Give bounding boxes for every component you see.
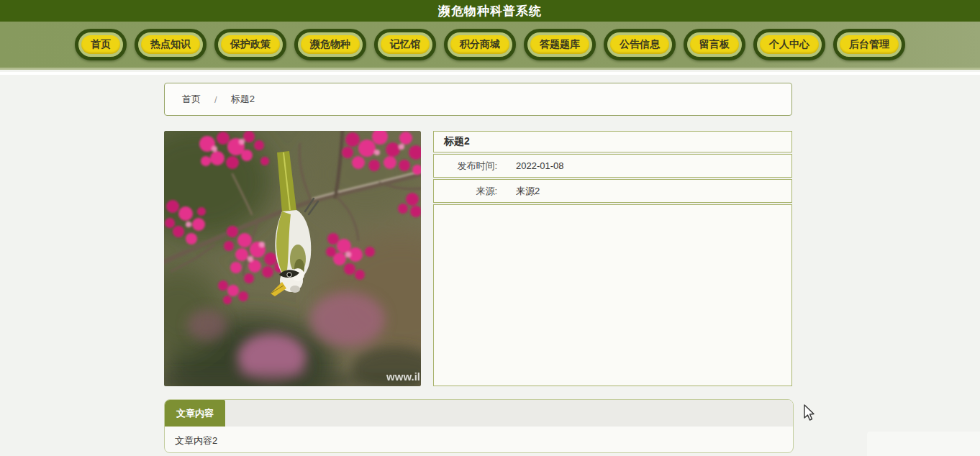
nav-item-protection-policy[interactable]: 保护政策 xyxy=(214,29,286,60)
content-tab-bar: 文章内容 xyxy=(165,400,793,427)
nav-item-personal-center[interactable]: 个人中心 xyxy=(753,29,825,60)
nav-item-points-mall[interactable]: 积分商城 xyxy=(444,29,516,60)
bird-blossom-illustration: www.il xyxy=(164,131,421,386)
publish-date-value: 2022-01-08 xyxy=(516,160,564,171)
image-watermark: www.il xyxy=(386,370,420,383)
article-info-panel: 标题2 发布时间: 2022-01-08 来源: 来源2 xyxy=(433,131,792,386)
publish-date-row: 发布时间: 2022-01-08 xyxy=(433,154,792,178)
nav-item-label: 积分商城 xyxy=(450,35,509,54)
nav-item-label: 濒危物种 xyxy=(301,35,360,54)
nav-item-label: 后台管理 xyxy=(840,35,899,54)
nav-item-quiz-bank[interactable]: 答题题库 xyxy=(524,29,596,60)
article-content-section: 文章内容 文章内容2 xyxy=(164,399,794,453)
breadcrumb-current: 标题2 xyxy=(231,93,255,106)
publish-date-label: 发布时间: xyxy=(434,160,497,173)
hover-url-preview xyxy=(867,432,980,456)
breadcrumb: 首页 / 标题2 xyxy=(164,83,792,116)
source-row: 来源: 来源2 xyxy=(433,179,792,203)
site-title: 濒危物种科普系统 xyxy=(438,3,542,19)
nav-item-label: 答题题库 xyxy=(530,35,589,54)
nav-item-message-board[interactable]: 留言板 xyxy=(684,29,745,60)
nav-item-label: 公告信息 xyxy=(610,35,669,54)
breadcrumb-separator: / xyxy=(214,94,217,105)
tab-article-content[interactable]: 文章内容 xyxy=(165,400,225,427)
nav-item-memory-hall[interactable]: 记忆馆 xyxy=(374,29,436,60)
article-title-row: 标题2 xyxy=(433,131,792,152)
source-value: 来源2 xyxy=(516,185,540,198)
nav-item-label: 留言板 xyxy=(690,35,739,54)
nav-item-label: 保护政策 xyxy=(221,35,280,54)
nav-item-home[interactable]: 首页 xyxy=(75,29,127,60)
nav-item-label: 热点知识 xyxy=(141,35,200,54)
nav-item-label: 个人中心 xyxy=(760,35,819,54)
article-image: www.il xyxy=(164,131,421,386)
nav-item-endangered-species[interactable]: 濒危物种 xyxy=(294,29,366,60)
info-panel-spacer xyxy=(433,204,792,386)
source-label: 来源: xyxy=(434,185,497,198)
nav-item-label: 记忆馆 xyxy=(381,35,430,54)
article-content-body: 文章内容2 xyxy=(165,427,793,453)
nav-item-admin[interactable]: 后台管理 xyxy=(833,29,905,60)
breadcrumb-home-link[interactable]: 首页 xyxy=(182,93,201,106)
nav-item-hot-knowledge[interactable]: 热点知识 xyxy=(135,29,207,60)
app-window: 濒危物种科普系统 首页 热点知识 保护政策 濒危物种 记忆馆 积分商城 答题题库… xyxy=(0,0,980,456)
article-title: 标题2 xyxy=(444,135,470,148)
nav-item-announcements[interactable]: 公告信息 xyxy=(604,29,676,60)
nav-item-label: 首页 xyxy=(81,35,120,54)
header: 濒危物种科普系统 xyxy=(0,0,980,22)
main-nav: 首页 热点知识 保护政策 濒危物种 记忆馆 积分商城 答题题库 公告信息 留言板… xyxy=(0,22,980,70)
